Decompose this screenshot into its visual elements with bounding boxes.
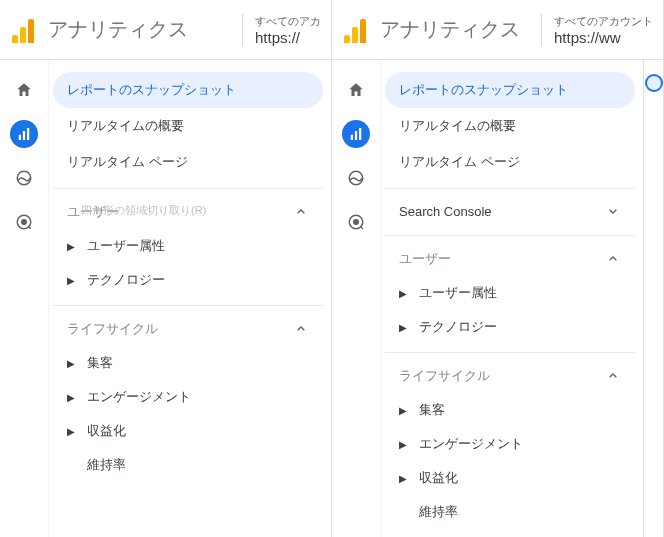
nav-group-search-console: Search Console [385, 188, 635, 227]
chevron-up-icon [293, 321, 309, 337]
report-nav: レポートのスナップショット リアルタイムの概要 リアルタイム ページ Searc… [380, 60, 643, 537]
nav-lifecycle-acquisition[interactable]: ▶集客 [385, 393, 635, 427]
caret-right-icon: ▶ [399, 473, 409, 484]
chevron-down-icon [605, 203, 621, 219]
app-title: アナリティクス [380, 16, 520, 43]
account-switcher[interactable]: すべてのアカ https:// [242, 14, 321, 46]
caret-right-icon: ▶ [67, 241, 77, 252]
account-url: https://ww [554, 29, 653, 46]
app-title: アナリティクス [48, 16, 188, 43]
icon-rail [0, 60, 48, 537]
account-label: すべてのアカウント [554, 14, 653, 29]
nav-lifecycle-acquisition[interactable]: ▶集客 [53, 346, 323, 380]
nav-lifecycle-retention[interactable]: ▶維持率 [53, 448, 323, 482]
nav-group-lifecycle-head[interactable]: ライフサイクル [385, 357, 635, 393]
svg-point-5 [354, 220, 359, 225]
nav-group-lifecycle-title: ライフサイクル [67, 320, 158, 338]
nav-lifecycle-monetization[interactable]: ▶収益化 [385, 461, 635, 495]
report-nav: レポートのスナップショット リアルタイムの概要 リアルタイム ページ ユーザー … [48, 60, 331, 537]
nav-lifecycle-engagement[interactable]: ▶エンゲージメント [385, 427, 635, 461]
home-icon[interactable] [10, 76, 38, 104]
account-switcher[interactable]: すべてのアカウント https://ww [541, 14, 653, 46]
nav-group-user: ユーザー 四角形の領域切り取り(R) ▶ユーザー属性 ▶テクノロジー [53, 188, 323, 297]
svg-point-2 [22, 220, 27, 225]
nav-user-technology[interactable]: ▶テクノロジー [385, 310, 635, 344]
nav-realtime-overview[interactable]: リアルタイムの概要 [53, 108, 323, 144]
panel-right: アナリティクス すべてのアカウント https://ww レポートのスナップショ… [332, 0, 664, 537]
caret-right-icon: ▶ [67, 426, 77, 437]
nav-lifecycle-engagement[interactable]: ▶エンゲージメント [53, 380, 323, 414]
nav-user-technology[interactable]: ▶テクノロジー [53, 263, 323, 297]
nav-realtime-overview[interactable]: リアルタイムの概要 [385, 108, 635, 144]
panel-left: アナリティクス すべてのアカ https:// レポートのスナップショット リア… [0, 0, 332, 537]
account-label: すべてのアカ [255, 14, 321, 29]
body: レポートのスナップショット リアルタイムの概要 リアルタイム ページ Searc… [332, 60, 663, 537]
icon-rail [332, 60, 380, 537]
nav-user-attributes[interactable]: ▶ユーザー属性 [385, 276, 635, 310]
header: アナリティクス すべてのアカ https:// [0, 0, 331, 60]
nav-group-lifecycle-title: ライフサイクル [399, 367, 490, 385]
nav-group-lifecycle: ライフサイクル ▶集客 ▶エンゲージメント ▶収益化 ▶維持率 [385, 352, 635, 529]
nav-snapshot[interactable]: レポートのスナップショット [385, 72, 635, 108]
reports-icon[interactable] [10, 120, 38, 148]
caret-right-icon: ▶ [399, 439, 409, 450]
explore-icon[interactable] [10, 164, 38, 192]
header: アナリティクス すべてのアカウント https://ww [332, 0, 663, 60]
analytics-logo-icon [12, 17, 38, 43]
caret-right-icon: ▶ [399, 322, 409, 333]
side-panel-indicator-icon[interactable] [645, 74, 663, 92]
nav-group-user-title: ユーザー [399, 250, 451, 268]
nav-group-user-head[interactable]: ユーザー 四角形の領域切り取り(R) [53, 193, 323, 229]
home-icon[interactable] [342, 76, 370, 104]
chevron-up-icon [605, 368, 621, 384]
explore-icon[interactable] [342, 164, 370, 192]
reports-icon[interactable] [342, 120, 370, 148]
nav-group-lifecycle: ライフサイクル ▶集客 ▶エンゲージメント ▶収益化 ▶維持率 [53, 305, 323, 482]
nav-group-lifecycle-head[interactable]: ライフサイクル [53, 310, 323, 346]
caret-right-icon: ▶ [399, 405, 409, 416]
caret-right-icon: ▶ [67, 392, 77, 403]
nav-group-user: ユーザー ▶ユーザー属性 ▶テクノロジー [385, 235, 635, 344]
account-url: https:// [255, 29, 321, 46]
nav-snapshot[interactable]: レポートのスナップショット [53, 72, 323, 108]
nav-group-search-console-head[interactable]: Search Console [385, 193, 635, 227]
advertising-icon[interactable] [342, 208, 370, 236]
body: レポートのスナップショット リアルタイムの概要 リアルタイム ページ ユーザー … [0, 60, 331, 537]
nav-realtime-pages[interactable]: リアルタイム ページ [53, 144, 323, 180]
caret-right-icon: ▶ [67, 358, 77, 369]
chevron-up-icon [605, 251, 621, 267]
nav-lifecycle-retention[interactable]: ▶維持率 [385, 495, 635, 529]
caret-right-icon: ▶ [67, 275, 77, 286]
caret-right-icon: ▶ [399, 288, 409, 299]
nav-group-user-head[interactable]: ユーザー [385, 240, 635, 276]
snip-hint: 四角形の領域切り取り(R) [81, 203, 206, 218]
analytics-logo-icon [344, 17, 370, 43]
nav-lifecycle-monetization[interactable]: ▶収益化 [53, 414, 323, 448]
advertising-icon[interactable] [10, 208, 38, 236]
right-side-panel [643, 60, 663, 537]
nav-user-attributes[interactable]: ▶ユーザー属性 [53, 229, 323, 263]
nav-group-search-console-title: Search Console [399, 204, 492, 219]
nav-realtime-pages[interactable]: リアルタイム ページ [385, 144, 635, 180]
chevron-up-icon [293, 204, 309, 220]
